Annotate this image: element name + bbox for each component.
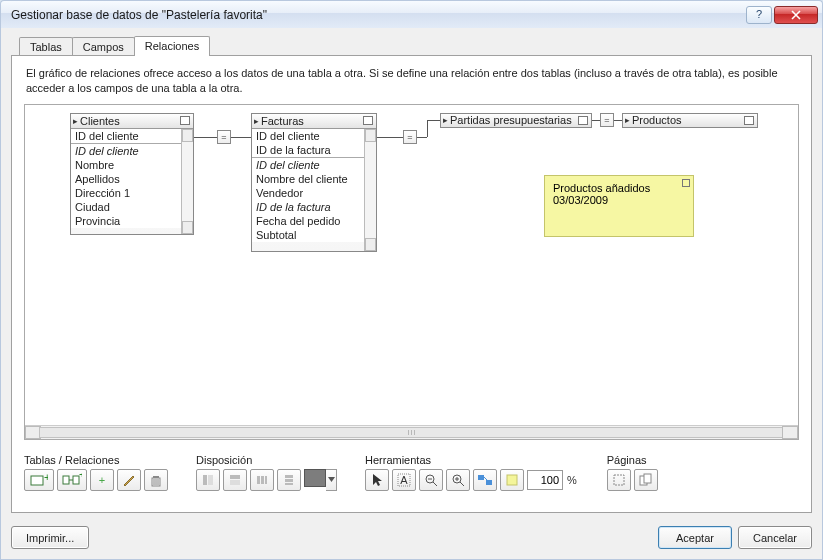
field[interactable]: ID del cliente: [71, 144, 193, 158]
relation-line: [231, 137, 251, 138]
group-label: Disposición: [196, 454, 337, 466]
field[interactable]: ID de la factura: [252, 200, 376, 214]
relation-operator[interactable]: =: [403, 130, 417, 144]
help-button[interactable]: ?: [746, 6, 772, 24]
close-button[interactable]: [774, 6, 818, 24]
svg-rect-17: [257, 476, 260, 484]
select-related-button[interactable]: [473, 469, 497, 491]
relation-line: [377, 137, 403, 138]
edit-button[interactable]: [117, 469, 141, 491]
tab-relaciones[interactable]: Relaciones: [134, 36, 210, 56]
relation-line: [614, 120, 622, 121]
table-partidas[interactable]: ▸ Partidas presupuestarias: [440, 113, 592, 128]
multipage-button[interactable]: [634, 469, 658, 491]
relation-line: [427, 120, 428, 137]
arrow-icon: ▸: [443, 115, 448, 125]
relation-line: [592, 120, 600, 121]
field[interactable]: Dirección 1: [71, 186, 193, 200]
relation-operator[interactable]: =: [217, 130, 231, 144]
expand-icon[interactable]: [578, 116, 588, 125]
scrollbar[interactable]: [181, 129, 193, 234]
svg-text:+: +: [79, 473, 82, 480]
distribute-h-button[interactable]: [250, 469, 274, 491]
svg-rect-1: [31, 476, 43, 485]
svg-text:A: A: [400, 474, 408, 486]
percent-label: %: [566, 474, 579, 486]
tab-tablas[interactable]: Tablas: [19, 37, 73, 56]
svg-rect-16: [230, 480, 240, 485]
expand-icon[interactable]: [744, 116, 754, 125]
align-top-button[interactable]: [223, 469, 247, 491]
field[interactable]: Vendedor: [252, 186, 376, 200]
svg-rect-21: [285, 479, 293, 482]
horizontal-scrollbar[interactable]: [25, 425, 798, 439]
table-title: Partidas presupuestarias: [450, 114, 574, 126]
svg-text:+: +: [99, 474, 105, 486]
align-left-button[interactable]: [196, 469, 220, 491]
field[interactable]: Fecha del pedido: [252, 214, 376, 228]
svg-line-29: [460, 482, 464, 486]
field[interactable]: Provincia: [71, 214, 193, 228]
group-disposicion: Disposición: [196, 454, 337, 491]
key-field[interactable]: ID de la factura: [252, 143, 376, 157]
svg-rect-38: [644, 474, 651, 483]
ok-button[interactable]: Aceptar: [658, 526, 732, 549]
delete-button[interactable]: [144, 469, 168, 491]
relation-operator[interactable]: =: [600, 113, 614, 127]
arrow-icon: ▸: [625, 115, 630, 125]
field[interactable]: ID del cliente: [252, 158, 376, 172]
table-clientes[interactable]: ▸ Clientes ID del cliente ID del cliente…: [70, 113, 194, 235]
add-relation-button[interactable]: +: [57, 469, 87, 491]
info-text: El gráfico de relaciones ofrece acceso a…: [12, 56, 811, 104]
zoom-in-button[interactable]: [446, 469, 470, 491]
key-field[interactable]: ID del cliente: [252, 129, 376, 143]
zoom-out-button[interactable]: [419, 469, 443, 491]
note-close-icon[interactable]: [682, 179, 690, 187]
field[interactable]: Ciudad: [71, 200, 193, 214]
key-field[interactable]: ID del cliente: [71, 129, 193, 143]
window-title: Gestionar base de datos de "Pastelería f…: [11, 8, 746, 22]
table-title: Productos: [632, 114, 740, 126]
field[interactable]: Nombre del cliente: [252, 172, 376, 186]
table-header[interactable]: ▸ Clientes: [71, 114, 193, 129]
svg-rect-14: [208, 475, 213, 485]
arrow-icon: ▸: [73, 116, 78, 126]
table-header[interactable]: ▸ Facturas: [252, 114, 376, 129]
svg-rect-3: [63, 476, 69, 484]
svg-rect-33: [486, 480, 492, 485]
note-text: Productos añadidos: [553, 182, 685, 194]
add-table-button[interactable]: +: [24, 469, 54, 491]
titlebar[interactable]: Gestionar base de datos de "Pastelería f…: [0, 0, 823, 28]
note-tool-button[interactable]: [500, 469, 524, 491]
field[interactable]: Subtotal: [252, 228, 376, 242]
group-paginas: Páginas: [607, 454, 658, 491]
group-tablas: Tablas / Relaciones + + +: [24, 454, 168, 491]
zoom-input[interactable]: [527, 470, 563, 490]
bottom-row: Imprimir... Aceptar Cancelar: [11, 526, 812, 549]
sticky-note[interactable]: Productos añadidos 03/03/2009: [544, 175, 694, 237]
page-breaks-button[interactable]: [607, 469, 631, 491]
table-title: Facturas: [261, 115, 363, 127]
relations-canvas[interactable]: ▸ Clientes ID del cliente ID del cliente…: [25, 105, 798, 425]
tab-campos[interactable]: Campos: [72, 37, 135, 56]
svg-rect-32: [478, 475, 484, 480]
tabs-row: Tablas Campos Relaciones: [19, 34, 812, 56]
distribute-v-button[interactable]: [277, 469, 301, 491]
table-productos[interactable]: ▸ Productos: [622, 113, 758, 128]
duplicate-button[interactable]: +: [90, 469, 114, 491]
note-date: 03/03/2009: [553, 194, 685, 206]
field[interactable]: Apellidos: [71, 172, 193, 186]
pointer-tool-button[interactable]: [365, 469, 389, 491]
group-herramientas: Herramientas A %: [365, 454, 579, 491]
table-facturas[interactable]: ▸ Facturas ID del cliente ID de la factu…: [251, 113, 377, 252]
scrollbar[interactable]: [364, 129, 376, 251]
svg-rect-15: [230, 475, 240, 479]
collapse-icon[interactable]: [363, 116, 373, 125]
color-picker[interactable]: [304, 469, 337, 491]
text-tool-button[interactable]: A: [392, 469, 416, 491]
svg-rect-22: [285, 483, 293, 485]
field[interactable]: Nombre: [71, 158, 193, 172]
collapse-icon[interactable]: [180, 116, 190, 125]
cancel-button[interactable]: Cancelar: [738, 526, 812, 549]
print-button[interactable]: Imprimir...: [11, 526, 89, 549]
